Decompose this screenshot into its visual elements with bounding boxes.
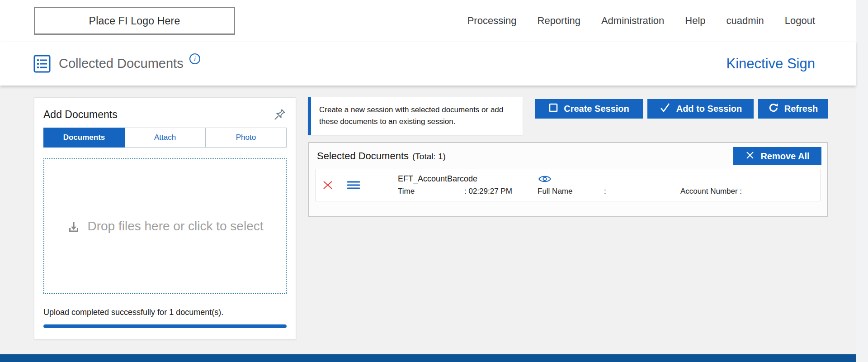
tab-attach[interactable]: Attach (125, 128, 206, 148)
pin-icon[interactable] (273, 108, 287, 121)
nav-item-user-cuadmin[interactable]: cuadmin (726, 15, 764, 27)
fi-logo-text: Place FI Logo Here (89, 15, 180, 27)
account-number-label: Account Number : (680, 187, 742, 196)
remove-all-button[interactable]: Remove All (733, 147, 821, 165)
remove-all-label: Remove All (760, 151, 809, 162)
upload-status-text: Upload completed successfully for 1 docu… (43, 308, 287, 317)
selected-documents-total: (Total: 1) (412, 152, 446, 162)
app-root: Place FI Logo Here Processing Reporting … (0, 0, 868, 362)
top-bar: Place FI Logo Here Processing Reporting … (0, 0, 856, 42)
session-info-message: Create a new session with selected docum… (308, 97, 523, 135)
info-icon[interactable]: i (189, 53, 201, 65)
tab-documents-label: Documents (63, 133, 105, 142)
download-icon (66, 220, 81, 234)
nav-item-logout[interactable]: Logout (785, 15, 815, 27)
fi-logo-placeholder: Place FI Logo Here (34, 7, 235, 35)
nav-item-administration[interactable]: Administration (601, 15, 664, 27)
upload-progress-fill (43, 324, 287, 328)
nav-item-reporting[interactable]: Reporting (538, 15, 580, 27)
file-dropzone[interactable]: Drop files here or click to select (43, 158, 287, 294)
document-row: EFT_AccountBarcode Time : 02:29:27 PM Fu… (315, 169, 821, 201)
create-session-button[interactable]: Create Session (535, 99, 643, 119)
dropzone-text: Drop files here or click to select (87, 219, 263, 233)
full-name-label: Full Name (538, 187, 604, 196)
session-action-buttons: Create Session Add to Session Refresh (535, 99, 828, 119)
create-session-icon (548, 103, 558, 115)
time-label: Time (398, 187, 464, 196)
product-name: Kinective Sign (726, 56, 815, 72)
add-documents-tabs: Documents Attach Photo (43, 128, 287, 148)
refresh-icon (768, 102, 779, 115)
page-title: Collected Documents (59, 56, 184, 71)
upload-progress-track (43, 324, 287, 328)
page-header-bar: Collected Documents i Kinective Sign (0, 42, 856, 86)
nav-item-processing[interactable]: Processing (467, 15, 517, 27)
nav-item-help[interactable]: Help (685, 15, 705, 27)
document-name: EFT_AccountBarcode (398, 174, 538, 184)
refresh-label: Refresh (784, 104, 818, 114)
selected-documents-panel: Selected Documents (Total: 1) Remove All (308, 142, 828, 217)
checkmark-icon (659, 102, 671, 115)
selected-documents-title: Selected Documents (317, 150, 409, 162)
add-documents-title: Add Documents (43, 109, 118, 121)
drag-handle-icon[interactable] (346, 180, 361, 191)
full-name-value: : (604, 187, 680, 196)
tab-documents[interactable]: Documents (43, 128, 125, 148)
collected-documents-icon (33, 54, 52, 73)
delete-document-icon[interactable] (321, 178, 335, 192)
add-documents-card: Add Documents Documents Attach Photo (34, 97, 296, 339)
vertical-scrollbar[interactable] (856, 0, 868, 362)
main-nav: Processing Reporting Administration Help… (467, 15, 815, 27)
preview-eye-icon[interactable] (538, 174, 552, 184)
tab-attach-label: Attach (154, 133, 176, 142)
tab-photo-label: Photo (236, 133, 256, 142)
svg-text:i: i (194, 55, 196, 62)
time-value: : 02:29:27 PM (464, 187, 538, 196)
add-to-session-label: Add to Session (676, 104, 742, 114)
close-icon (745, 150, 755, 162)
refresh-button[interactable]: Refresh (758, 99, 828, 119)
create-session-label: Create Session (564, 104, 629, 114)
tab-photo[interactable]: Photo (206, 128, 287, 148)
footer-bar (0, 354, 856, 362)
add-to-session-button[interactable]: Add to Session (647, 99, 754, 119)
